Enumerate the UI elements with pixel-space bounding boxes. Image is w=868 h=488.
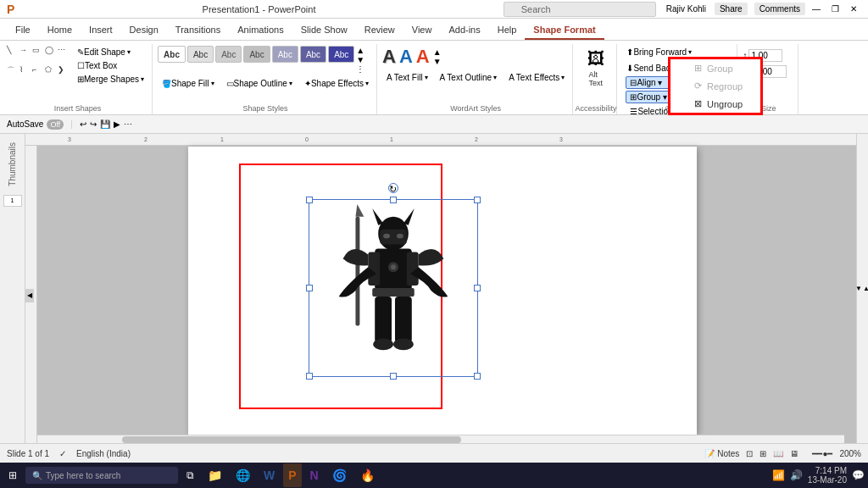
grouped-shape[interactable]: ↻ — [239, 164, 442, 409]
share-icon[interactable]: Share — [715, 3, 748, 15]
network-icon[interactable]: 📶 — [772, 469, 785, 481]
taskbar-word[interactable]: W — [259, 463, 280, 487]
tab-addins[interactable]: Add-ins — [440, 21, 488, 40]
view-normal[interactable]: ⊡ — [746, 449, 753, 458]
shape-curve[interactable]: ⌒ — [7, 65, 19, 86]
start-button[interactable]: ⊞ — [3, 463, 22, 487]
style-scroll[interactable]: ▲▼⋮ — [356, 46, 364, 74]
shape-effects-button[interactable]: ✦ Shape Effects ▾ — [300, 77, 373, 90]
tab-transitions[interactable]: Transitions — [167, 21, 229, 40]
slide-thumbnail-1[interactable]: 1 — [3, 195, 22, 207]
taskbar-search[interactable]: 🔍 Type here to search — [25, 467, 178, 484]
save-icon[interactable]: 💾 — [100, 119, 110, 129]
shape-chevron[interactable]: ❯ — [58, 65, 70, 86]
shape-more[interactable]: ⋯ — [58, 46, 70, 64]
view-presenter[interactable]: 🖥 — [790, 449, 798, 458]
taskbar-powerpoint[interactable]: P — [283, 463, 301, 487]
text-effects-button[interactable]: A Text Effects ▾ — [504, 71, 569, 84]
slide[interactable]: ↻ — [188, 147, 697, 435]
view-reading[interactable]: 📖 — [773, 449, 783, 458]
tab-help[interactable]: Help — [489, 21, 526, 40]
handle-bottom-left[interactable] — [306, 373, 313, 380]
shape-line[interactable]: ╲ — [7, 46, 19, 64]
wordart-a3[interactable]: A — [416, 46, 430, 68]
autosave-toggle[interactable]: Off — [47, 119, 64, 130]
text-fill-button[interactable]: A Text Fill ▾ — [382, 71, 432, 84]
scrollbar-vertical[interactable]: ▲▼ — [855, 285, 869, 292]
taskbar-unknown[interactable]: 🔥 — [355, 463, 380, 487]
search-box-title[interactable] — [504, 2, 656, 17]
handle-bottom-right[interactable] — [474, 373, 481, 380]
tab-shape-format[interactable]: Shape Format — [525, 21, 604, 40]
handle-mid-left[interactable] — [306, 285, 313, 291]
shape-style-4[interactable]: Abc — [243, 46, 270, 63]
taskbar-explorer[interactable]: 📁 — [203, 463, 227, 487]
shape-connector[interactable]: ⌐ — [32, 65, 44, 86]
comments-icon[interactable]: Comments — [754, 3, 805, 15]
tab-slideshow[interactable]: Slide Show — [292, 21, 356, 40]
task-view-btn[interactable]: ⧉ — [181, 463, 199, 487]
wordart-a2[interactable]: A — [399, 46, 413, 68]
taskbar-onenote[interactable]: N — [305, 463, 324, 487]
search-input[interactable] — [504, 2, 656, 17]
language-label[interactable]: English (India) — [76, 449, 131, 458]
shape-rect[interactable]: ▭ — [32, 46, 44, 64]
tab-animations[interactable]: Animations — [229, 21, 292, 40]
taskbar-edge[interactable]: 🌐 — [231, 463, 255, 487]
shape-style-3[interactable]: Abc — [215, 46, 242, 63]
shape-style-1[interactable]: Abc — [158, 46, 186, 63]
zoom-slider[interactable]: ━━●━ — [812, 449, 832, 458]
shape-freeform[interactable]: ⌇ — [19, 65, 31, 86]
shape-arrow[interactable]: → — [19, 46, 31, 64]
shape-style-2[interactable]: Abc — [187, 46, 214, 63]
taskbar-chrome[interactable]: 🌀 — [327, 463, 352, 487]
tab-insert[interactable]: Insert — [81, 21, 121, 40]
restore-button[interactable]: ❐ — [827, 2, 843, 17]
scrollbar-horizontal[interactable] — [37, 435, 844, 443]
group-menu-group[interactable]: ⊞ Group — [670, 59, 760, 77]
rotate-handle[interactable]: ↻ — [388, 183, 398, 193]
merge-shapes-button[interactable]: ⊞ Merge Shapes ▾ — [73, 73, 148, 86]
shape-outline-button[interactable]: ▭ Shape Outline ▾ — [222, 77, 297, 90]
handle-top-left[interactable] — [306, 197, 313, 203]
text-outline-button[interactable]: A Text Outline ▾ — [436, 71, 502, 84]
tab-file[interactable]: File — [7, 21, 39, 40]
present-icon[interactable]: ▶ — [114, 119, 120, 129]
panel-collapse-btn[interactable]: ◀ — [25, 289, 34, 302]
wordart-scroll[interactable]: ▲▼ — [433, 47, 442, 66]
handle-top-right[interactable] — [474, 197, 481, 203]
text-box-button[interactable]: ☐ Text Box — [73, 59, 148, 72]
scrollbar-thumb-h[interactable] — [122, 436, 461, 443]
view-slide-sorter[interactable]: ⊞ — [760, 449, 766, 458]
tab-design[interactable]: Design — [121, 21, 167, 40]
redo-icon[interactable]: ↪ — [90, 119, 97, 129]
notes-button[interactable]: 📝 Notes — [704, 449, 739, 458]
spell-check-icon[interactable]: ✓ — [59, 449, 66, 458]
shape-style-6[interactable]: Abc — [300, 46, 326, 63]
tab-view[interactable]: View — [403, 21, 441, 40]
volume-icon[interactable]: 🔊 — [790, 469, 803, 481]
edit-shape-button[interactable]: ✎ Edit Shape ▾ — [73, 46, 148, 58]
handle-bottom-mid[interactable] — [390, 373, 397, 380]
undo-icon[interactable]: ↩ — [80, 119, 86, 129]
selected-shape[interactable]: ↻ — [309, 199, 478, 377]
wordart-a1[interactable]: A — [382, 46, 396, 68]
shape-style-7[interactable]: Abc — [328, 46, 354, 63]
tab-review[interactable]: Review — [356, 21, 403, 40]
handle-top-mid[interactable] — [390, 197, 397, 203]
close-button[interactable]: ✕ — [846, 2, 861, 17]
zoom-level: 200% — [839, 449, 861, 458]
group-menu-regroup[interactable]: ⟳ Regroup — [670, 77, 760, 95]
shape-style-5[interactable]: Abc — [272, 46, 298, 63]
notification-icon[interactable]: 💬 — [852, 469, 865, 481]
shape-oval[interactable]: ◯ — [45, 46, 57, 64]
alt-text-label[interactable]: AltText — [589, 70, 604, 87]
bring-forward-button[interactable]: ⬆ Bring Forward ▾ — [622, 46, 733, 58]
minimize-button[interactable]: — — [809, 2, 824, 17]
shape-pentagon[interactable]: ⬠ — [45, 65, 57, 86]
shape-fill-button[interactable]: 🪣 Shape Fill ▾ — [158, 77, 218, 90]
quick-more[interactable]: ⋯ — [124, 119, 132, 129]
group-menu-ungroup[interactable]: ⊠ Ungroup — [670, 95, 760, 113]
handle-mid-right[interactable] — [474, 285, 481, 291]
tab-home[interactable]: Home — [39, 21, 81, 40]
